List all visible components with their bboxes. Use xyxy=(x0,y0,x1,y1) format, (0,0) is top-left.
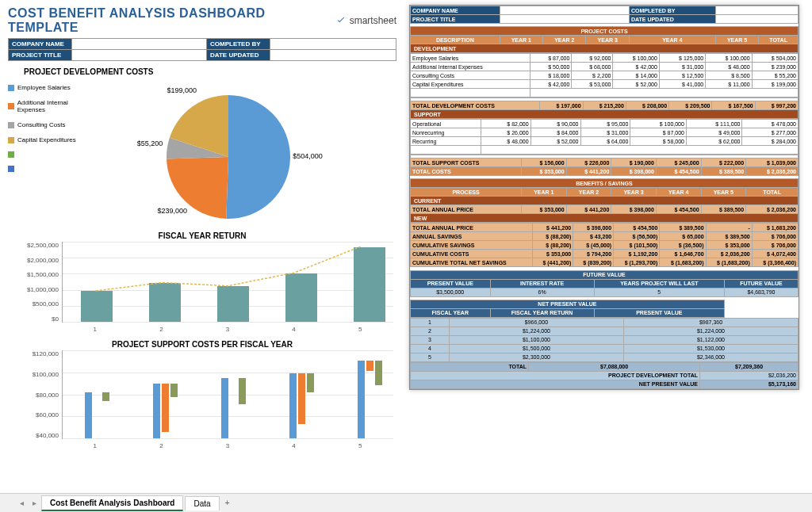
tab-prev-icon[interactable]: ◂ xyxy=(16,498,27,509)
svg-text:$55,200: $55,200 xyxy=(137,139,163,147)
header-meta-table: COMPANY NAME COMPLETED BY PROJECT TITLE … xyxy=(8,38,396,61)
tab-add-icon[interactable]: + xyxy=(221,497,234,510)
support-costs-chart: $120,000$100,000$80,000$60,000$40,000 12… xyxy=(16,350,396,453)
page-title: COST BENEFIT ANALYSIS DASHBOARD TEMPLATE xyxy=(8,6,335,35)
tab-data[interactable]: Data xyxy=(185,496,219,510)
svg-text:$239,000: $239,000 xyxy=(157,207,187,215)
svg-text:$199,000: $199,000 xyxy=(167,86,197,94)
fiscal-return-chart: $2,500,000$2,000,000$1,500,000$1,000,000… xyxy=(16,242,396,337)
bar2-title: PROJECT SUPPORT COSTS PER FISCAL YEAR xyxy=(8,340,396,349)
pie-chart: $504,000$239,000$55,200$199,000 xyxy=(102,78,324,228)
pie-legend: Employee SalariesAdditional Internal Exp… xyxy=(8,78,95,228)
svg-text:$504,000: $504,000 xyxy=(293,152,323,160)
tab-dashboard[interactable]: Cost Benefit Analysis Dashboard xyxy=(41,495,183,511)
brand-logo: smartsheet xyxy=(335,15,396,26)
tab-next-icon[interactable]: ▸ xyxy=(29,498,40,509)
pie-title: PROJECT DEVELOPMENT COSTS xyxy=(24,67,396,76)
sheet-tabs: ◂ ▸ Cost Benefit Analysis Dashboard Data… xyxy=(0,493,812,512)
bar1-title: FISCAL YEAR RETURN xyxy=(8,231,396,240)
spreadsheet-panel: COMPANY NAME COMPLETED BY PROJECT TITLE … xyxy=(409,5,799,390)
